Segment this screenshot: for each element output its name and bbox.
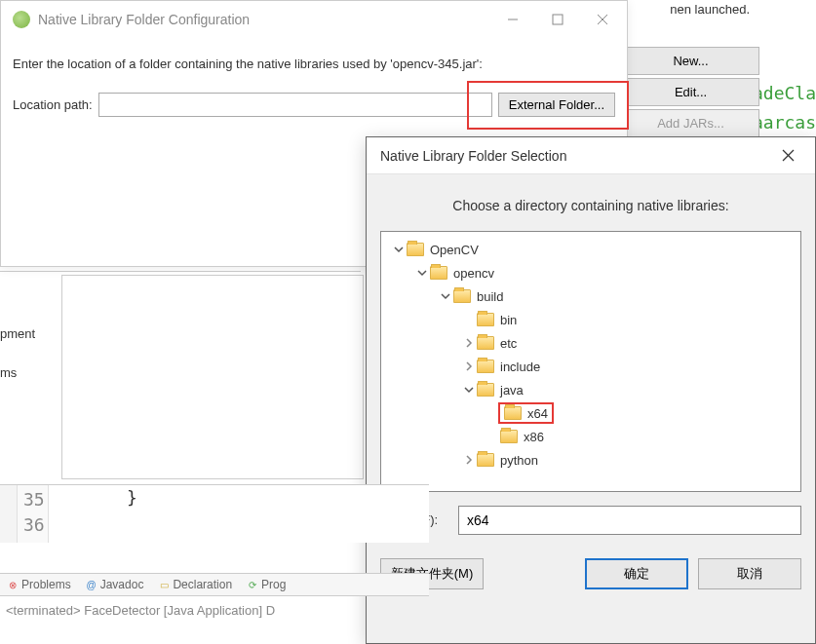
dialog1-title: Native Library Folder Configuration	[38, 12, 490, 27]
folder-icon	[430, 266, 447, 280]
tree-selected-highlight: x64	[498, 402, 554, 424]
dialog2-close-button[interactable]	[768, 141, 807, 170]
bg-code-fragment-2: aarcas	[753, 112, 816, 133]
side-button-column: New... Edit... Add JARs...	[622, 47, 759, 137]
declaration-icon: ▭	[157, 578, 171, 591]
bg-panel	[61, 275, 364, 479]
chevron-right-icon[interactable]	[461, 335, 477, 351]
close-button[interactable]	[580, 5, 625, 34]
code-line: }	[49, 485, 137, 511]
dialog1-instruction: Enter the location of a folder containin…	[13, 56, 615, 73]
line-number: 35	[18, 487, 48, 512]
progress-icon: ⟳	[246, 578, 259, 591]
chevron-down-icon[interactable]	[461, 382, 477, 398]
folder-icon	[477, 313, 494, 326]
chevron-right-icon[interactable]	[461, 452, 477, 468]
folder-icon	[477, 360, 494, 373]
tree-item-etc[interactable]: etc	[381, 331, 800, 355]
tab-problems[interactable]: ⊗Problems	[6, 578, 71, 591]
tree-item-label: build	[477, 289, 503, 304]
tab-declaration[interactable]: ▭Declaration	[157, 578, 232, 591]
folder-icon	[477, 336, 494, 350]
cancel-button[interactable]: 取消	[698, 558, 801, 589]
folder-icon	[500, 430, 518, 443]
edit-button[interactable]: Edit...	[622, 78, 759, 106]
folder-icon	[407, 243, 424, 256]
minimize-button[interactable]	[490, 5, 535, 34]
code-editor[interactable]: 35 36 }	[0, 484, 429, 543]
add-jars-button[interactable]: Add JARs...	[622, 109, 759, 137]
location-path-input[interactable]	[98, 93, 492, 117]
tree-item-label: bin	[500, 313, 517, 327]
expander-blank	[461, 312, 477, 327]
folder-name-input[interactable]	[458, 506, 801, 535]
ok-button[interactable]: 确定	[585, 558, 688, 589]
expander-blank	[485, 429, 500, 444]
bg-divider	[0, 271, 361, 272]
dialog2-title: Native Library Folder Selection	[380, 148, 768, 164]
tree-item-label: python	[500, 453, 538, 468]
dialog2-instruction: Choose a directory containing native lib…	[367, 174, 815, 231]
tree-item-include[interactable]: include	[381, 355, 800, 378]
tree-item-label: x64	[527, 406, 548, 421]
bottom-tab-bar: ⊗Problems @Javadoc ▭Declaration ⟳Prog	[0, 573, 429, 596]
line-number-gutter: 35 36	[18, 485, 49, 543]
tree-item-build[interactable]: build	[381, 284, 800, 308]
folder-icon	[504, 406, 522, 420]
javadoc-icon: @	[85, 578, 98, 591]
tree-item-x86[interactable]: x86	[381, 425, 800, 448]
tree-item-opencv[interactable]: opencv	[381, 261, 800, 284]
external-folder-button[interactable]: External Folder...	[498, 93, 615, 117]
tab-progress[interactable]: ⟳Prog	[246, 578, 286, 591]
svg-rect-1	[553, 15, 563, 24]
problems-icon: ⊗	[6, 578, 19, 591]
console-status-line: <terminated> FaceDetector [Java Applicat…	[0, 599, 429, 622]
maximize-button[interactable]	[535, 5, 580, 34]
tree-item-x64[interactable]: x64	[381, 401, 800, 425]
tree-item-java[interactable]: java	[381, 378, 800, 401]
folder-icon	[477, 453, 494, 467]
tree-item-label: opencv	[453, 266, 494, 281]
tree-item-label: java	[500, 383, 524, 398]
chevron-down-icon[interactable]	[414, 265, 430, 281]
fold-gutter[interactable]	[0, 485, 18, 543]
folder-tree[interactable]: OpenCVopencvbuildbinetcincludejavax64x86…	[380, 231, 801, 492]
tree-item-opencv[interactable]: OpenCV	[381, 238, 800, 261]
bg-code-fragment-1: adeCla	[753, 83, 816, 103]
folder-icon	[477, 383, 494, 397]
chevron-down-icon[interactable]	[438, 288, 453, 304]
tab-javadoc[interactable]: @Javadoc	[85, 578, 144, 591]
bg-sidebar-fragment-1: pment	[0, 326, 35, 341]
chevron-right-icon[interactable]	[461, 359, 477, 374]
line-number: 36	[18, 512, 48, 538]
bg-sidebar-fragment-2: ms	[0, 365, 17, 380]
tree-item-python[interactable]: python	[381, 448, 800, 472]
tree-item-label: include	[500, 360, 540, 374]
dialog1-titlebar: Native Library Folder Configuration	[1, 1, 627, 38]
tree-item-label: OpenCV	[430, 243, 479, 257]
bg-launched-text: nen launched.	[670, 2, 750, 17]
tree-item-label: x86	[524, 430, 544, 444]
new-button[interactable]: New...	[622, 47, 759, 75]
dialog2-titlebar: Native Library Folder Selection	[367, 137, 815, 174]
location-path-label: Location path:	[13, 97, 93, 112]
native-library-selection-dialog: Native Library Folder Selection Choose a…	[366, 136, 816, 644]
folder-icon	[453, 289, 471, 303]
eclipse-icon	[13, 11, 30, 28]
chevron-down-icon[interactable]	[391, 242, 407, 257]
tree-item-label: etc	[500, 336, 517, 351]
tree-item-bin[interactable]: bin	[381, 308, 800, 331]
